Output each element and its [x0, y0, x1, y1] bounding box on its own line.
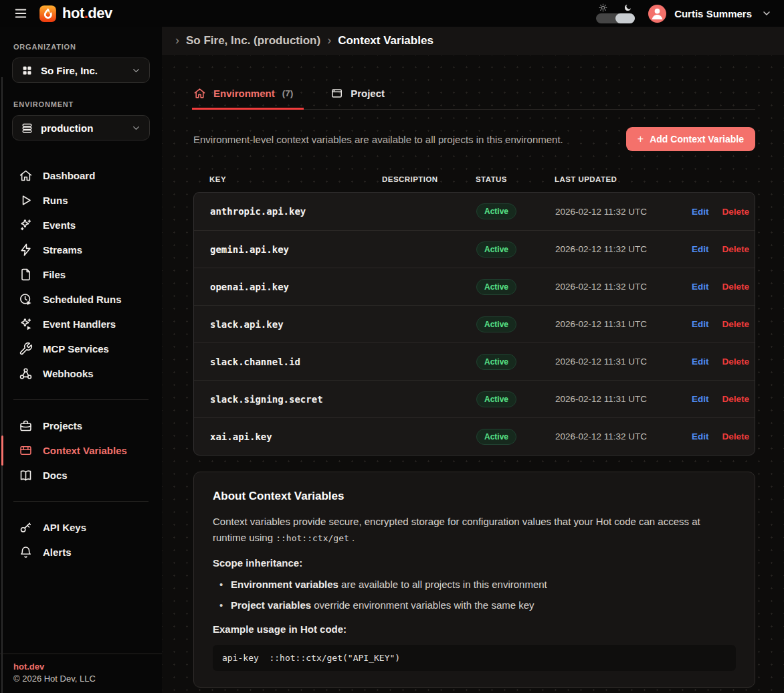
sidebar-item-projects[interactable]: Projects: [0, 413, 162, 438]
sidebar-item-alerts[interactable]: Alerts: [0, 540, 162, 565]
book-icon: [19, 468, 33, 482]
sidebar-item-api-keys[interactable]: API Keys: [0, 515, 162, 540]
zap-icon: [19, 243, 33, 257]
play-icon: [19, 193, 33, 207]
theme-toggle[interactable]: [596, 3, 635, 23]
sidebar-item-mcp-services[interactable]: MCP Services: [0, 336, 162, 361]
nav-section-main: DashboardRunsEventsStreamsFilesScheduled…: [0, 163, 162, 386]
briefcase-icon: [19, 419, 33, 433]
sidebar-item-event-handlers[interactable]: Event Handlers: [0, 312, 162, 336]
edit-link[interactable]: Edit: [692, 319, 709, 329]
cell-key: slack.channel.id: [210, 357, 383, 367]
sidebar-item-webhooks[interactable]: Webhooks: [0, 361, 162, 386]
cell-last-updated: 2026-02-12 11:32 UTC: [555, 282, 692, 292]
edit-link[interactable]: Edit: [692, 207, 709, 217]
cell-last-updated: 2026-02-12 11:32 UTC: [555, 207, 692, 217]
delete-link[interactable]: Delete: [722, 244, 750, 254]
edit-link[interactable]: Edit: [692, 431, 709, 441]
nav-divider: [13, 399, 149, 400]
theme-switch[interactable]: [596, 13, 635, 23]
sidebar-item-label: Runs: [43, 195, 68, 206]
env-description: Environment-level context variables are …: [193, 134, 563, 145]
moon-icon: [623, 3, 632, 12]
table-row: gemini.api.keyActive2026-02-12 11:32 UTC…: [194, 230, 755, 268]
flame-logo-icon: [39, 5, 57, 23]
about-card: About Context Variables Context variable…: [193, 472, 755, 688]
breadcrumb-item-environment[interactable]: So Fire, Inc. (production): [186, 34, 320, 47]
breadcrumb-item-current: Context Variables: [338, 34, 433, 47]
environment-select[interactable]: production: [12, 115, 150, 140]
add-context-variable-button[interactable]: + Add Context Variable: [626, 127, 755, 151]
cell-key: openai.api.key: [210, 282, 383, 292]
table-row: xai.api.keyActive2026-02-12 11:32 UTCEdi…: [194, 417, 755, 455]
brand-logo[interactable]: hot.dev: [39, 5, 112, 23]
organization-label: ORGANIZATION: [13, 43, 149, 51]
sun-icon: [599, 3, 607, 12]
sidebar-item-label: Alerts: [43, 547, 72, 558]
user-avatar[interactable]: [648, 5, 666, 23]
delete-link[interactable]: Delete: [722, 207, 750, 217]
user-name[interactable]: Curtis Summers: [674, 8, 752, 19]
example-heading: Example usage in Hot code:: [213, 623, 736, 635]
scope-list: Environment variables are available to a…: [213, 577, 736, 613]
delete-link[interactable]: Delete: [722, 394, 750, 404]
edit-link[interactable]: Edit: [692, 394, 709, 404]
tab-environment[interactable]: Environment (7): [193, 87, 293, 109]
cell-key: anthropic.api.key: [210, 206, 383, 217]
sidebar-item-label: Docs: [43, 470, 68, 481]
delete-link[interactable]: Delete: [722, 319, 750, 329]
scope-heading: Scope inheritance:: [213, 557, 736, 569]
cell-key: slack.api.key: [210, 319, 383, 330]
table-header: KEY DESCRIPTION STATUS LAST UPDATED: [193, 175, 755, 183]
tab-bar: Environment (7) Project: [193, 87, 755, 110]
topbar-left: hot.dev: [13, 5, 112, 23]
example-code-block: api-key ::hot::ctx/get("API_KEY"): [213, 645, 736, 671]
about-title: About Context Variables: [213, 490, 736, 503]
edit-link[interactable]: Edit: [692, 244, 709, 254]
cell-last-updated: 2026-02-12 11:32 UTC: [555, 431, 692, 441]
sidebar-item-context-variables[interactable]: Context Variables: [0, 438, 162, 463]
tab-count: (7): [282, 88, 294, 98]
sidebar-item-label: Webhooks: [43, 368, 94, 379]
delete-link[interactable]: Delete: [722, 431, 750, 441]
delete-link[interactable]: Delete: [722, 282, 750, 292]
sidebar-item-files[interactable]: Files: [0, 262, 162, 287]
row-actions: EditDelete: [692, 282, 749, 292]
menu-icon[interactable]: [13, 6, 28, 21]
sidebar-item-label: Events: [43, 219, 76, 231]
topbar-right: Curtis Summers: [596, 3, 772, 23]
theme-toggle-icons: [596, 3, 635, 12]
cell-key: gemini.api.key: [210, 244, 383, 255]
edit-link[interactable]: Edit: [692, 357, 709, 367]
column-key: KEY: [209, 175, 382, 183]
delete-link[interactable]: Delete: [722, 357, 750, 367]
sidebar-item-streams[interactable]: Streams: [0, 237, 162, 262]
tab-label: Project: [351, 88, 385, 99]
column-last-updated: LAST UPDATED: [555, 175, 691, 183]
tab-project[interactable]: Project: [330, 87, 385, 109]
sidebar-item-scheduled-runs[interactable]: Scheduled Runs: [0, 287, 162, 312]
chevron-down-icon[interactable]: [761, 8, 772, 19]
sidebar-item-label: Context Variables: [43, 445, 127, 456]
column-description: DESCRIPTION: [382, 175, 476, 183]
sidebar-item-dashboard[interactable]: Dashboard: [0, 163, 162, 188]
sidebar-item-label: Dashboard: [43, 170, 95, 181]
organization-select[interactable]: So Fire, Inc.: [12, 58, 150, 83]
environment-value: production: [41, 122, 124, 134]
webhook-icon: [19, 367, 33, 381]
row-actions: EditDelete: [692, 357, 749, 367]
footer-brand[interactable]: hot.dev: [13, 662, 149, 672]
chevron-right-icon: ›: [175, 34, 179, 46]
sidebar-item-label: Scheduled Runs: [43, 294, 122, 305]
app-window: hot.dev: [0, 0, 784, 693]
server-stack-icon: [21, 122, 33, 134]
sidebar-item-docs[interactable]: Docs: [0, 463, 162, 488]
main-area: › So Fire, Inc. (production) › Context V…: [162, 27, 784, 693]
sidebar-item-events[interactable]: Events: [0, 213, 162, 237]
edit-link[interactable]: Edit: [692, 282, 709, 292]
table-row: anthropic.api.keyActive2026-02-12 11:32 …: [194, 193, 755, 230]
status-badge: Active: [476, 429, 516, 445]
breadcrumb: › So Fire, Inc. (production) › Context V…: [162, 27, 784, 55]
sidebar-item-runs[interactable]: Runs: [0, 188, 162, 213]
clock-play-icon: [19, 292, 33, 306]
